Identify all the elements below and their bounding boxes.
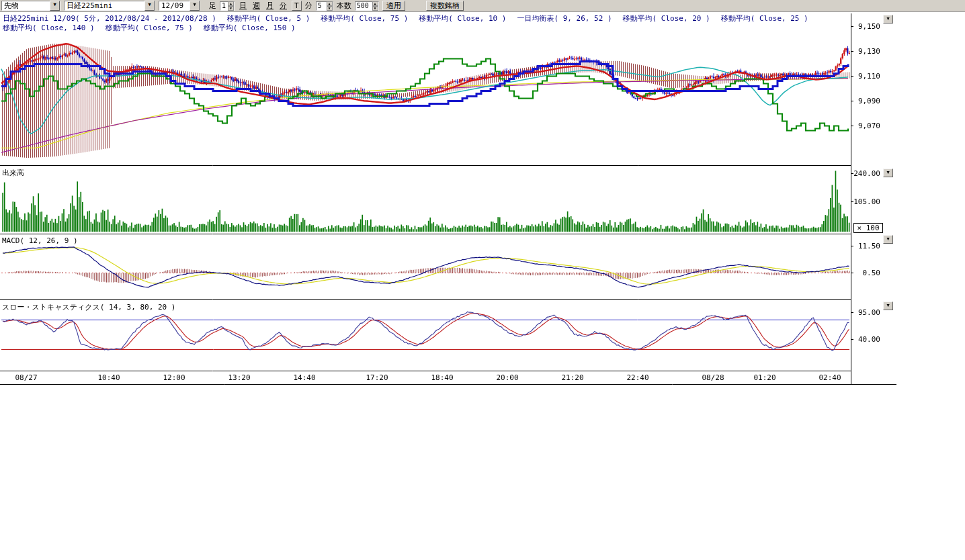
- time-tick-label: 08/28: [702, 373, 724, 382]
- time-tick-label: 22:40: [626, 373, 648, 382]
- bar-type-label: 足: [209, 1, 216, 11]
- period-day-button[interactable]: 日: [238, 1, 248, 11]
- collapse-macd-pane-button[interactable]: ▼: [883, 235, 893, 244]
- period-tick-button[interactable]: T: [292, 1, 302, 11]
- indicator-legend: 移動平均( Close, 75 ): [321, 13, 408, 24]
- chart-application-window: 先物 ▼ 日経225mini ▼ 12/09 ▼ 足 1 ▲ ▼ 日 週 月 分…: [0, 0, 965, 560]
- price-tick-label: 9,110: [852, 72, 880, 81]
- time-tick-label: 12:00: [163, 373, 185, 382]
- bar-count-value: 500: [357, 2, 369, 9]
- indicator-legend: 移動平均( Close, 25 ): [721, 13, 808, 24]
- spin-up-icon[interactable]: ▲: [327, 1, 333, 6]
- dropdown-arrow-icon[interactable]: ▼: [50, 1, 60, 11]
- indicator-legend: 移動平均( Close, 75 ): [106, 23, 193, 33]
- bar-unit-value: 1: [222, 2, 226, 9]
- collapse-stoch-pane-button[interactable]: ▼: [883, 301, 893, 310]
- price-tick-label: 9,130: [852, 47, 880, 56]
- indicator-legend: 移動平均( Close, 20 ): [623, 13, 710, 24]
- stochastics-pane-label: スロー・ストキャスティクス( 14, 3, 80, 20 ): [2, 302, 175, 312]
- spin-up-icon[interactable]: ▲: [372, 1, 378, 6]
- price-tick-label: 9,070: [852, 122, 880, 130]
- collapse-volume-pane-button[interactable]: ▼: [883, 169, 893, 177]
- price-tick-label: 9,090: [852, 97, 880, 105]
- bar-unit-spinner[interactable]: 1 ▲ ▼: [220, 1, 235, 11]
- stoch-tick-label: 40.00: [852, 335, 880, 344]
- spinner-arrows-icon[interactable]: ▲ ▼: [327, 1, 333, 11]
- apply-button[interactable]: 適用: [382, 1, 405, 11]
- time-tick-label: 08/27: [15, 373, 37, 382]
- time-tick-label: 21:20: [561, 373, 583, 382]
- indicator-legend: 移動平均( Close, 10 ): [419, 13, 506, 24]
- time-tick-label: 01:20: [753, 373, 775, 382]
- volume-tick-label: 240.00: [852, 169, 880, 178]
- indicator-legend: 移動平均( Close, 150 ): [204, 23, 296, 33]
- dropdown-arrow-icon[interactable]: ▼: [190, 1, 200, 11]
- macd-pane-label: MACD( 12, 26, 9 ): [2, 236, 78, 245]
- instrument-type-select[interactable]: 先物 ▼: [1, 1, 60, 11]
- time-tick-label: 18:40: [431, 373, 453, 382]
- contract-month-select[interactable]: 12/09 ▼: [159, 1, 200, 11]
- chart-canvas[interactable]: [0, 0, 900, 388]
- macd-tick-label: 11.50: [852, 242, 880, 250]
- bar-count-label: 本数: [337, 1, 351, 11]
- volume-tick-label: 105.00: [852, 197, 880, 206]
- time-tick-label: 20:00: [496, 373, 518, 382]
- period-week-button[interactable]: 週: [251, 1, 261, 11]
- time-tick-label: 17:20: [366, 373, 388, 382]
- price-tick-label: 9,150: [852, 22, 880, 31]
- indicator-legend: 移動平均( Close, 140 ): [3, 23, 95, 33]
- symbol-value: 日経225mini: [67, 1, 112, 10]
- time-tick-label: 14:40: [293, 373, 315, 382]
- time-tick-label: 13:20: [228, 373, 250, 382]
- time-tick-label: 10:40: [97, 373, 120, 382]
- volume-pane-label: 出来高: [2, 168, 24, 178]
- indicator-legend-row-1: 日経225mini 12/09( 5分, 2012/08/24 - 2012/0…: [3, 13, 808, 24]
- spin-down-icon[interactable]: ▼: [372, 6, 378, 11]
- indicator-legend: 移動平均( Close, 5 ): [227, 13, 310, 24]
- indicator-legend: 一目均衡表( 9, 26, 52 ): [517, 13, 612, 24]
- minute-count-spinner[interactable]: 5 ▲ ▼: [316, 1, 333, 11]
- volume-scale-box: × 100: [853, 223, 883, 233]
- dropdown-arrow-icon[interactable]: ▼: [144, 1, 155, 11]
- minute-unit-label: 分: [305, 1, 312, 11]
- macd-tick-label: 0.50: [852, 269, 880, 277]
- bar-count-spinner[interactable]: 500 ▲ ▼: [355, 1, 379, 11]
- time-tick-label: 02:40: [819, 373, 841, 382]
- period-minute-button[interactable]: 分: [278, 1, 288, 11]
- multi-symbol-button[interactable]: 複数銘柄: [426, 1, 464, 11]
- chart-title: 日経225mini 12/09( 5分, 2012/08/24 - 2012/0…: [3, 13, 216, 24]
- contract-month-value: 12/09: [161, 1, 183, 10]
- spin-up-icon[interactable]: ▲: [228, 1, 234, 6]
- symbol-select[interactable]: 日経225mini ▼: [64, 1, 155, 11]
- spinner-arrows-icon[interactable]: ▲ ▼: [228, 1, 234, 11]
- indicator-legend-row-2: 移動平均( Close, 140 ) 移動平均( Close, 75 ) 移動平…: [3, 23, 296, 33]
- stoch-tick-label: 95.00: [852, 308, 880, 317]
- period-month-button[interactable]: 月: [265, 1, 275, 11]
- spin-down-icon[interactable]: ▼: [228, 6, 234, 11]
- minute-count-value: 5: [318, 2, 322, 9]
- instrument-type-value: 先物: [4, 1, 19, 10]
- spinner-arrows-icon[interactable]: ▲ ▼: [372, 1, 378, 11]
- toolbar: 先物 ▼ 日経225mini ▼ 12/09 ▼ 足 1 ▲ ▼ 日 週 月 分…: [0, 0, 965, 12]
- collapse-price-pane-button[interactable]: ▼: [883, 15, 893, 24]
- spin-down-icon[interactable]: ▼: [327, 6, 333, 11]
